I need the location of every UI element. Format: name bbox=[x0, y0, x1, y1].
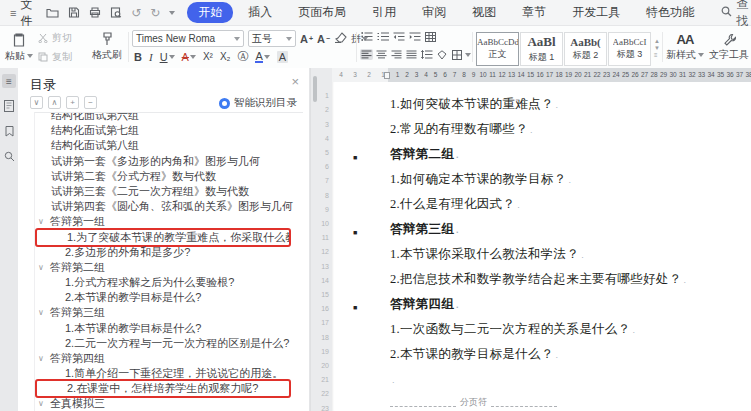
close-icon[interactable]: × bbox=[291, 74, 299, 89]
numbered-list-button[interactable] bbox=[376, 31, 389, 42]
char-shading-button[interactable]: A bbox=[277, 51, 288, 63]
menu-tab-2[interactable]: 页面布局 bbox=[287, 2, 357, 23]
doc-heading[interactable]: ■答辩第四组. bbox=[390, 296, 737, 313]
toc-expand-all-button[interactable]: ∨ bbox=[30, 96, 43, 109]
toc-item-row[interactable]: 试讲第一套《多边形的内角和》图形与几何 bbox=[35, 154, 303, 169]
gallery-scroll[interactable]: ▲▼≡ bbox=[654, 39, 660, 58]
toc-item-row[interactable]: 2.多边形的外角和是多少? bbox=[35, 245, 303, 260]
decrease-indent-button[interactable] bbox=[392, 31, 405, 42]
underline-button[interactable]: U bbox=[160, 51, 168, 63]
strikethrough-button[interactable]: A bbox=[182, 51, 189, 63]
menu-tab-1[interactable]: 插入 bbox=[237, 2, 283, 23]
find-pane-icon[interactable] bbox=[2, 149, 16, 163]
clear-format-button[interactable] bbox=[334, 32, 347, 45]
text-tool-button[interactable]: 文字工具 bbox=[708, 26, 750, 68]
bullet-list-button[interactable] bbox=[360, 31, 373, 42]
doc-empty-line[interactable]: . bbox=[390, 371, 737, 388]
copy-button[interactable]: 复制 bbox=[38, 50, 86, 64]
doc-heading[interactable]: ■答辩第三组. bbox=[390, 221, 737, 238]
menu-tab-0[interactable]: 开始 bbox=[187, 2, 233, 23]
chevron-down-icon[interactable]: ∨ bbox=[38, 217, 50, 226]
chevron-down-icon[interactable]: ∨ bbox=[38, 399, 50, 408]
gallery-more-icon[interactable]: ≡ bbox=[654, 53, 660, 58]
toc-item-row[interactable]: 试讲第四套《圆心角、弦和弧的关系》图形与几何 bbox=[35, 199, 303, 214]
toc-group-row[interactable]: ∨全真模拟三 bbox=[35, 396, 303, 411]
toc-item-row[interactable]: 结构化面试第六组 bbox=[35, 112, 303, 123]
style-card-3[interactable]: AaBbCcI标题 3 bbox=[608, 32, 651, 66]
menu-tab-4[interactable]: 审阅 bbox=[411, 2, 457, 23]
align-left-button[interactable] bbox=[360, 49, 373, 60]
enclose-char-button[interactable]: Ⓐ bbox=[237, 49, 248, 64]
bold-button[interactable]: B bbox=[134, 51, 142, 63]
style-card-0[interactable]: AaBbCcDd正文 bbox=[476, 32, 519, 66]
toc-item-row[interactable]: 结构化面试第八组 bbox=[35, 138, 303, 153]
toc-nav-icon[interactable]: ≡ bbox=[2, 74, 16, 88]
menu-tab-8[interactable]: 特色功能 bbox=[635, 2, 705, 23]
toc-item-row[interactable]: 1.分式方程求解之后为什么要验根? bbox=[35, 275, 303, 290]
format-painter-button[interactable]: 格式刷 bbox=[88, 26, 126, 68]
font-name-select[interactable]: Times New Roma bbox=[132, 30, 244, 47]
shading-button[interactable] bbox=[435, 49, 448, 60]
cut-button[interactable]: 剪切 bbox=[38, 31, 86, 45]
doc-paragraph[interactable]: 1.一次函数与二元一次方程的关系是什么？. bbox=[390, 321, 737, 338]
toc-item-row[interactable]: 1.本节课的教学目标是什么? bbox=[35, 320, 303, 335]
toc-item-row[interactable]: 试讲第二套《分式方程》数与代数 bbox=[35, 169, 303, 184]
toc-group-row[interactable]: ∨答辩第三组 bbox=[35, 305, 303, 320]
font-color-button[interactable]: A bbox=[255, 51, 262, 63]
increase-indent-button[interactable] bbox=[408, 31, 421, 42]
menu-tab-3[interactable]: 引用 bbox=[361, 2, 407, 23]
doc-paragraph[interactable]: 2.常见的有理数有哪些？. bbox=[390, 121, 737, 138]
align-right-button[interactable] bbox=[390, 49, 403, 60]
shrink-font-button[interactable]: A− bbox=[317, 33, 330, 45]
document-page[interactable]: 1.如何突破本节课的重难点？.2.常见的有理数有哪些？.■答辩第二组.1.如何确… bbox=[332, 82, 751, 411]
printer-icon[interactable] bbox=[89, 7, 101, 18]
borders-button[interactable] bbox=[450, 49, 463, 60]
chevron-down-icon[interactable]: ∨ bbox=[38, 263, 50, 272]
doc-paragraph[interactable]: 1.本节课你采取什么教法和学法？. bbox=[390, 246, 737, 263]
toc-item-row[interactable]: 2.本节课的教学目标是什么? bbox=[35, 290, 303, 305]
toc-group-row[interactable]: ∨答辩第四组 bbox=[35, 351, 303, 366]
undo-icon[interactable]: ↺ bbox=[131, 6, 141, 20]
toc-item-row[interactable]: 2.二元一次方程与一元一次方程的区别是什么? bbox=[35, 336, 303, 351]
menu-tab-5[interactable]: 视图 bbox=[461, 2, 507, 23]
align-center-button[interactable] bbox=[375, 49, 388, 60]
font-size-select[interactable]: 五号 bbox=[248, 30, 296, 47]
toc-item-row[interactable]: 1.简单介绍一下垂径定理，并说说它的用途。 bbox=[35, 366, 303, 381]
save-icon[interactable] bbox=[68, 7, 80, 18]
toc-item-row[interactable]: 试讲第三套《二元一次方程组》数与代数 bbox=[35, 184, 303, 199]
quickbar-dropdown-icon[interactable] bbox=[169, 11, 175, 15]
style-card-2[interactable]: AaBb(标题 2 bbox=[564, 32, 607, 66]
toc-scrollbar-thumb[interactable] bbox=[313, 76, 317, 102]
print-preview-icon[interactable] bbox=[110, 7, 122, 18]
gallery-down-icon[interactable]: ▼ bbox=[654, 46, 660, 51]
toc-plus-button[interactable]: + bbox=[66, 96, 79, 109]
toc-collapse-all-button[interactable]: ∧ bbox=[48, 96, 61, 109]
chevron-down-icon[interactable]: ∨ bbox=[38, 354, 50, 363]
menu-tab-6[interactable]: 章节 bbox=[511, 2, 557, 23]
toc-item-row[interactable]: 结构化面试第七组 bbox=[35, 123, 303, 138]
new-style-button[interactable]: AA 新样式 bbox=[666, 26, 704, 68]
insert-table-button[interactable] bbox=[424, 31, 437, 42]
grow-font-button[interactable]: A+ bbox=[300, 33, 313, 45]
doc-heading[interactable]: ■答辩第二组. bbox=[390, 146, 737, 163]
doc-paragraph[interactable]: 2.本节课的教学目标是什么？. bbox=[390, 346, 737, 363]
subscript-button[interactable]: X₂ bbox=[220, 51, 231, 62]
doc-paragraph[interactable]: 2.什么是有理化因式？. bbox=[390, 196, 737, 213]
redo-icon[interactable]: ↻ bbox=[150, 6, 160, 20]
chevron-down-icon[interactable]: ∨ bbox=[38, 308, 50, 317]
doc-paragraph[interactable]: 2.把信息技术和数学教学结合起来主要有哪些好处？. bbox=[390, 271, 737, 288]
doc-paragraph[interactable]: 1.如何确定本节课的教学目标？. bbox=[390, 171, 737, 188]
superscript-button[interactable]: X² bbox=[203, 51, 213, 62]
page-thumbnail-icon[interactable] bbox=[2, 99, 16, 113]
bookmark-icon[interactable] bbox=[2, 124, 16, 138]
toc-minus-button[interactable]: − bbox=[84, 96, 97, 109]
align-justify-button[interactable] bbox=[405, 49, 418, 60]
style-card-1[interactable]: AaBl标题 1 bbox=[520, 32, 563, 66]
open-folder-icon[interactable] bbox=[46, 7, 59, 18]
smart-identify-toc-button[interactable]: 智能识别目录 bbox=[219, 96, 297, 110]
menu-tab-7[interactable]: 开发工具 bbox=[561, 2, 631, 23]
paste-button[interactable]: 粘贴 bbox=[4, 26, 34, 68]
doc-paragraph[interactable]: 1.如何突破本节课的重难点？. bbox=[390, 96, 737, 113]
italic-button[interactable]: I bbox=[149, 51, 153, 63]
line-spacing-button[interactable] bbox=[420, 49, 433, 60]
